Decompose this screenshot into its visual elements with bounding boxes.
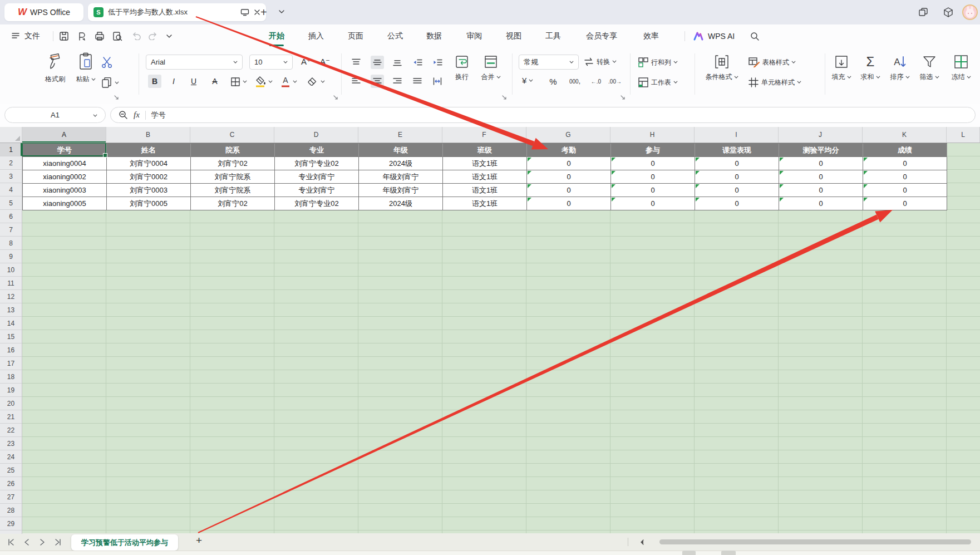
cell-C1[interactable]: 院系 bbox=[191, 144, 275, 157]
cell-B4[interactable]: 刘宵宁0003 bbox=[107, 184, 191, 197]
row-header-22[interactable]: 22 bbox=[0, 424, 22, 437]
close-tab-icon[interactable] bbox=[254, 9, 260, 16]
cell-K4[interactable]: 0 bbox=[863, 184, 947, 197]
align-center-button[interactable] bbox=[371, 75, 384, 88]
cell-D4[interactable]: 专业刘宵宁 bbox=[275, 184, 359, 197]
filter-button[interactable]: 筛选 bbox=[916, 55, 943, 97]
sheet-tab-active[interactable]: 学习预警低于活动平均参与 bbox=[71, 534, 178, 551]
cell-K5[interactable]: 0 bbox=[863, 197, 947, 210]
cell-H2[interactable]: 0 bbox=[611, 157, 695, 170]
column-header-H[interactable]: H bbox=[610, 127, 695, 143]
bold-button[interactable]: B bbox=[148, 75, 161, 88]
row-header-6[interactable]: 6 bbox=[0, 210, 22, 223]
document-tab[interactable]: S 低于平均参与数人数.xlsx bbox=[88, 3, 266, 21]
merge-cells-button[interactable]: 合并 bbox=[476, 55, 505, 97]
cell-J3[interactable]: 0 bbox=[779, 170, 863, 184]
cell-I1[interactable]: 课堂表现 bbox=[695, 144, 779, 157]
cell-H4[interactable]: 0 bbox=[611, 184, 695, 197]
column-header-L[interactable]: L bbox=[947, 127, 980, 143]
row-header-3[interactable]: 3 bbox=[0, 170, 22, 183]
align-left-button[interactable] bbox=[349, 75, 363, 88]
menu-home[interactable]: 开始 bbox=[269, 31, 284, 41]
row-header-26[interactable]: 26 bbox=[0, 477, 22, 490]
column-header-C[interactable]: C bbox=[190, 127, 274, 143]
column-header-F[interactable]: F bbox=[442, 127, 526, 143]
column-header-A[interactable]: A bbox=[22, 127, 106, 143]
cell-I5[interactable]: 0 bbox=[695, 197, 779, 210]
cell-E4[interactable]: 年级刘宵宁 bbox=[359, 184, 443, 197]
cell-K3[interactable]: 0 bbox=[863, 170, 947, 184]
wps-ai-label[interactable]: WPS AI bbox=[708, 32, 735, 41]
last-sheet-icon[interactable] bbox=[53, 538, 62, 546]
cell-I2[interactable]: 0 bbox=[695, 157, 779, 170]
menu-formula[interactable]: 公式 bbox=[387, 31, 403, 41]
cell-E2[interactable]: 2024级 bbox=[359, 157, 443, 170]
save-icon[interactable] bbox=[59, 31, 69, 41]
decrease-indent-button[interactable] bbox=[411, 56, 424, 69]
align-top-button[interactable] bbox=[349, 56, 363, 69]
wps-home-tab[interactable]: W WPS Office bbox=[4, 3, 83, 21]
cell-E3[interactable]: 年级刘宵宁 bbox=[359, 170, 443, 184]
menu-insert[interactable]: 插入 bbox=[308, 31, 324, 41]
cell-K2[interactable]: 0 bbox=[863, 157, 947, 170]
row-header-7[interactable]: 7 bbox=[0, 223, 22, 237]
cell-B2[interactable]: 刘宵宁0004 bbox=[107, 157, 191, 170]
cell-H5[interactable]: 0 bbox=[611, 197, 695, 210]
menu-view[interactable]: 视图 bbox=[506, 31, 521, 41]
number-format-select[interactable]: 常规 bbox=[519, 55, 579, 70]
currency-format-button[interactable]: ¥ bbox=[522, 76, 533, 85]
table-style-button[interactable]: 表格样式 bbox=[748, 57, 796, 68]
cell-G4[interactable]: 0 bbox=[527, 184, 611, 197]
row-header-8[interactable]: 8 bbox=[0, 237, 22, 250]
row-header-11[interactable]: 11 bbox=[0, 277, 22, 290]
row-header-27[interactable]: 27 bbox=[0, 490, 22, 504]
cell-F4[interactable]: 语文1班 bbox=[443, 184, 527, 197]
row-header-16[interactable]: 16 bbox=[0, 343, 22, 357]
export-pdf-icon[interactable] bbox=[77, 31, 87, 41]
row-header-15[interactable]: 15 bbox=[0, 330, 22, 343]
row-header-28[interactable]: 28 bbox=[0, 504, 22, 517]
copy-button[interactable] bbox=[101, 77, 119, 89]
align-right-button[interactable] bbox=[391, 75, 404, 88]
cell-D5[interactable]: 刘宵宁专业02 bbox=[275, 197, 359, 210]
row-header-23[interactable]: 23 bbox=[0, 437, 22, 450]
cell-G2[interactable]: 0 bbox=[527, 157, 611, 170]
cell-B5[interactable]: 刘宵宁0005 bbox=[107, 197, 191, 210]
row-header-13[interactable]: 13 bbox=[0, 303, 22, 317]
row-header-20[interactable]: 20 bbox=[0, 397, 22, 410]
row-header-25[interactable]: 25 bbox=[0, 464, 22, 477]
borders-button[interactable] bbox=[230, 77, 247, 87]
row-header-2[interactable]: 2 bbox=[0, 156, 22, 170]
row-header-10[interactable]: 10 bbox=[0, 263, 22, 277]
cell-F2[interactable]: 语文1班 bbox=[443, 157, 527, 170]
user-avatar[interactable] bbox=[962, 4, 978, 20]
row-header-29[interactable]: 29 bbox=[0, 517, 22, 531]
column-header-E[interactable]: E bbox=[358, 127, 442, 143]
sort-button[interactable]: A 排序 bbox=[887, 55, 913, 97]
menu-review[interactable]: 审阅 bbox=[466, 31, 482, 41]
new-tab-button[interactable]: + bbox=[260, 6, 267, 19]
menu-file[interactable]: 文件 bbox=[24, 31, 40, 41]
font-color-button[interactable]: A bbox=[280, 76, 297, 87]
cell-B1[interactable]: 姓名 bbox=[107, 144, 191, 157]
cell-A2[interactable]: xiaoning0004 bbox=[23, 157, 107, 170]
column-header-B[interactable]: B bbox=[106, 127, 190, 143]
quick-access-chevron-icon[interactable] bbox=[166, 34, 173, 38]
row-header-12[interactable]: 12 bbox=[0, 290, 22, 303]
row-header-21[interactable]: 21 bbox=[0, 410, 22, 424]
cell-G3[interactable]: 0 bbox=[527, 170, 611, 184]
cell-I4[interactable]: 0 bbox=[695, 184, 779, 197]
cell-C4[interactable]: 刘宵宁院系 bbox=[191, 184, 275, 197]
font-name-select[interactable]: Arial bbox=[146, 55, 243, 70]
next-sheet-icon[interactable] bbox=[39, 538, 46, 546]
add-sheet-button[interactable]: + bbox=[196, 534, 202, 547]
formula-input[interactable]: fx 学号 bbox=[110, 107, 976, 123]
menu-tools[interactable]: 工具 bbox=[545, 31, 561, 41]
window-restore-icon[interactable] bbox=[918, 7, 928, 17]
print-preview-icon[interactable] bbox=[112, 31, 122, 41]
font-size-select[interactable]: 10 bbox=[249, 55, 293, 70]
percent-format-button[interactable]: % bbox=[546, 75, 560, 88]
cell-E1[interactable]: 年级 bbox=[359, 144, 443, 157]
cell-style-button[interactable]: 单元格样式 bbox=[748, 77, 801, 88]
sum-button[interactable]: Σ 求和 bbox=[857, 55, 884, 97]
